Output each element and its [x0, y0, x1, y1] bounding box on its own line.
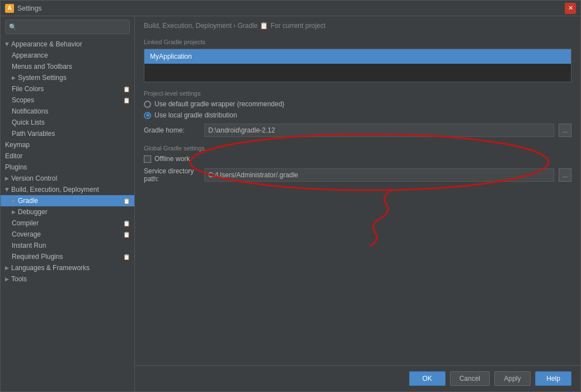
sidebar-item-label: Appearance & Behavior: [11, 40, 82, 48]
sidebar-item-label: Menus and Toolbars: [12, 63, 72, 70]
sidebar-item-label: Instant Run: [12, 242, 46, 249]
sidebar-item-path-variables[interactable]: Path Variables: [1, 128, 134, 139]
sidebar-item-editor[interactable]: Editor: [1, 150, 134, 162]
radio-local-label: Use local gradle distribution: [154, 111, 237, 119]
project-level-label: Project-level settings: [144, 90, 571, 97]
sidebar-item-quick-lists[interactable]: Quick Lists: [1, 117, 134, 128]
settings-window: A Settings ✕ 🔍 ▶ Appearance & Behavior: [0, 0, 581, 392]
tree-section: ▶ Appearance & Behavior Appearance Menus…: [1, 37, 134, 286]
sidebar-item-label: Languages & Frameworks: [11, 264, 90, 272]
sidebar-item-gradle[interactable]: ▶ Gradle 📋: [1, 195, 134, 206]
copy-icon: 📋: [123, 232, 130, 238]
sidebar-item-keymap[interactable]: Keymap: [1, 139, 134, 150]
gradle-home-row: Gradle home: ...: [144, 124, 571, 137]
expand-arrow: ▶: [12, 198, 16, 204]
title-bar: A Settings ✕: [1, 1, 580, 16]
copy-icon: 📋: [123, 86, 130, 92]
cancel-button[interactable]: Cancel: [450, 371, 490, 386]
help-button[interactable]: Help: [535, 371, 571, 386]
gradle-home-browse-button[interactable]: ...: [559, 124, 571, 137]
close-button[interactable]: ✕: [565, 3, 576, 14]
service-dir-label: Service directory path:: [144, 167, 200, 183]
sidebar-item-compiler[interactable]: Compiler 📋: [1, 218, 134, 229]
sidebar-item-label: File Colors: [12, 85, 44, 93]
sidebar-item-menus-toolbars[interactable]: Menus and Toolbars: [1, 61, 134, 72]
sidebar-item-appearance[interactable]: Appearance: [1, 50, 134, 61]
sidebar-item-label: System Settings: [18, 74, 67, 82]
linked-gradle-label: Linked Gradle projects: [144, 39, 571, 45]
offline-work-row: Offline work: [144, 155, 571, 163]
expand-arrow: ▶: [12, 75, 16, 81]
main-layout: 🔍 ▶ Appearance & Behavior Appearance Men…: [1, 16, 580, 391]
service-dir-row: Service directory path: ...: [144, 167, 571, 183]
sidebar-item-label: Quick Lists: [12, 119, 45, 126]
apply-button[interactable]: Apply: [494, 371, 531, 386]
sidebar-item-label: Editor: [5, 152, 22, 160]
offline-work-checkbox[interactable]: [144, 155, 151, 163]
search-input[interactable]: [19, 23, 126, 31]
sidebar-item-label: Plugins: [5, 163, 27, 171]
sidebar-item-label: Appearance: [12, 51, 48, 59]
ok-button[interactable]: OK: [409, 371, 446, 386]
radio-local[interactable]: [144, 112, 151, 119]
sidebar-item-tools[interactable]: ▶ Tools: [1, 273, 134, 285]
sidebar-item-label: Compiler: [12, 219, 39, 227]
gradle-home-label: Gradle home:: [144, 126, 200, 134]
sidebar-item-coverage[interactable]: Coverage 📋: [1, 229, 134, 240]
sidebar-item-version-control[interactable]: ▶ Version Control: [1, 173, 134, 184]
expand-arrow: ▶: [4, 42, 10, 46]
sidebar-item-file-colors[interactable]: File Colors 📋: [1, 83, 134, 95]
search-icon: 🔍: [9, 23, 17, 31]
radio-default-label: Use default gradle wrapper (recommended): [154, 100, 284, 108]
breadcrumb-icon: 📋: [260, 22, 268, 30]
sidebar-item-instant-run[interactable]: Instant Run: [1, 240, 134, 251]
sidebar-item-label: Scopes: [12, 96, 34, 104]
expand-arrow: ▶: [12, 209, 16, 215]
sidebar-item-label: Required Plugins: [12, 253, 63, 261]
sidebar-item-required-plugins[interactable]: Required Plugins 📋: [1, 251, 134, 262]
sidebar-item-label: Path Variables: [12, 130, 55, 138]
radio-default[interactable]: [144, 101, 151, 108]
linked-project-item[interactable]: MyApplication: [144, 49, 571, 64]
window-title: Settings: [17, 4, 561, 12]
offline-work-label: Offline work: [154, 155, 190, 163]
sidebar-item-label: Keymap: [5, 141, 30, 149]
sidebar-item-label: Coverage: [12, 230, 41, 238]
expand-arrow: ▶: [5, 176, 9, 181]
sidebar-item-debugger[interactable]: ▶ Debugger: [1, 206, 134, 218]
sidebar-item-label: Version Control: [11, 174, 57, 182]
gradle-home-input[interactable]: [204, 124, 554, 137]
copy-icon: 📋: [123, 198, 130, 204]
sidebar-item-label: Build, Execution, Deployment: [11, 186, 99, 193]
sidebar-item-label: Notifications: [12, 107, 48, 115]
expand-arrow: ▶: [4, 188, 10, 192]
gradle-settings-panel: Linked Gradle projects MyApplication Pro…: [135, 33, 580, 365]
content-area: Build, Execution, Deployment › Gradle 📋 …: [135, 16, 580, 391]
sidebar-item-label: Debugger: [18, 208, 48, 216]
global-gradle-label: Global Gradle settings: [144, 145, 571, 152]
sidebar-item-appearance-behavior[interactable]: ▶ Appearance & Behavior: [1, 39, 134, 50]
breadcrumb-path: Build, Execution, Deployment › Gradle: [144, 22, 257, 30]
sidebar-item-notifications[interactable]: Notifications: [1, 106, 134, 117]
service-dir-browse-button[interactable]: ...: [559, 168, 571, 182]
sidebar-item-system-settings[interactable]: ▶ System Settings: [1, 72, 134, 83]
expand-arrow: ▶: [5, 276, 9, 282]
footer: OK Cancel Apply Help: [135, 365, 580, 391]
breadcrumb-suffix: For current project: [270, 22, 325, 30]
copy-icon: 📋: [123, 97, 130, 103]
sidebar-item-label: Tools: [11, 275, 27, 283]
breadcrumb: Build, Execution, Deployment › Gradle 📋 …: [135, 16, 580, 33]
app-icon: A: [5, 4, 14, 13]
global-gradle-section: Global Gradle settings Offline work Serv…: [144, 145, 571, 183]
sidebar-item-scopes[interactable]: Scopes 📋: [1, 95, 134, 106]
radio-row-default: Use default gradle wrapper (recommended): [144, 100, 571, 108]
copy-icon: 📋: [123, 254, 130, 260]
copy-icon: 📋: [123, 220, 130, 226]
sidebar-item-plugins[interactable]: Plugins: [1, 162, 134, 173]
linked-projects-list: MyApplication: [144, 49, 571, 82]
service-dir-input[interactable]: [204, 168, 554, 182]
sidebar-item-languages-frameworks[interactable]: ▶ Languages & Frameworks: [1, 262, 134, 273]
sidebar: 🔍 ▶ Appearance & Behavior Appearance Men…: [1, 16, 135, 391]
sidebar-item-build-execution[interactable]: ▶ Build, Execution, Deployment: [1, 184, 134, 195]
search-box[interactable]: 🔍: [5, 20, 130, 34]
